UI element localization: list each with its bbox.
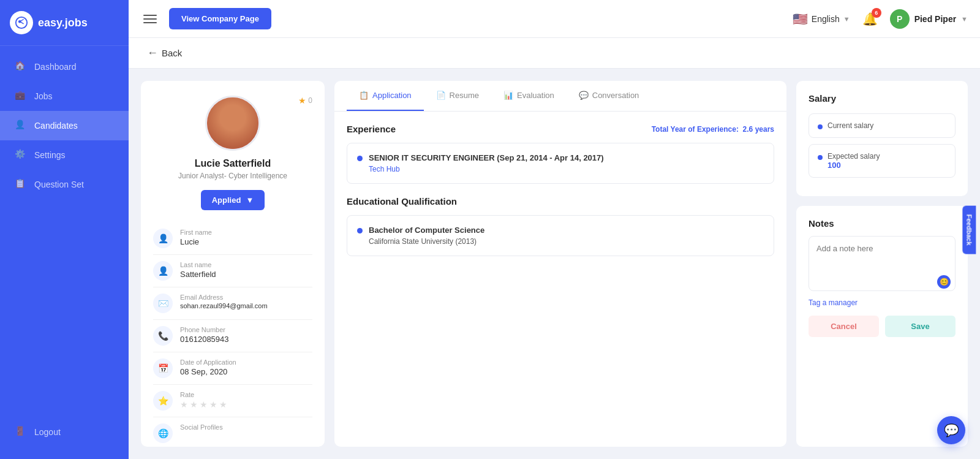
resume-tab-icon: 📄 <box>436 91 446 100</box>
tab-evaluation[interactable]: 📊 Evaluation <box>491 81 567 111</box>
education-section-header: Educational Qualification <box>347 196 774 207</box>
notification-badge: 6 <box>872 8 881 18</box>
email-icon: ✉️ <box>153 294 173 313</box>
sidebar-item-settings[interactable]: ⚙️ Settings <box>0 140 129 170</box>
doa-label: Date of Application <box>180 358 236 366</box>
back-bar: ← Back <box>129 38 980 69</box>
back-label: Back <box>162 48 182 58</box>
school-link: California State University (2013) <box>369 237 484 246</box>
view-company-button[interactable]: View Company Page <box>169 8 271 29</box>
right-panel: Salary Current salary Expected salary 10… <box>796 81 968 447</box>
experience-section-header: Experience Total Year of Experience: 2.6… <box>347 124 774 134</box>
notification-button[interactable]: 🔔 6 <box>862 12 878 26</box>
expected-salary-dot <box>818 155 823 160</box>
conversation-tab-icon: 💬 <box>579 91 589 100</box>
header-right: 🇺🇸 English ▼ 🔔 6 P Pied Piper ▼ <box>793 9 968 29</box>
candidate-name: Lucie Satterfield <box>153 158 312 169</box>
tab-bar: 📋 Application 📄 Resume 📊 Evaluation 💬 Co… <box>334 81 786 112</box>
tab-conversation[interactable]: 💬 Conversation <box>567 81 652 111</box>
tab-resume[interactable]: 📄 Resume <box>424 81 491 111</box>
sidebar-label-jobs: Jobs <box>34 91 53 101</box>
email-label: Email Address <box>180 294 268 301</box>
tab-application[interactable]: 📋 Application <box>347 81 424 111</box>
current-salary-label: Current salary <box>827 121 873 130</box>
current-salary-dot <box>818 124 823 129</box>
salary-card: Salary Current salary Expected salary 10… <box>796 81 968 196</box>
last-name-label: Last name <box>180 261 216 268</box>
current-salary-row: Current salary <box>809 113 956 138</box>
logout-icon: 🚪 <box>15 426 27 438</box>
content-body: ★ 0 Lucie Satterfield Junior Analyst- Cy… <box>129 69 980 459</box>
logo-text: easy.jobs <box>38 17 88 29</box>
conversation-tab-label: Conversation <box>592 91 639 100</box>
sidebar-item-jobs[interactable]: 💼 Jobs <box>0 82 129 111</box>
header: View Company Page 🇺🇸 English ▼ 🔔 6 P Pie… <box>129 0 980 38</box>
exp-dot-icon <box>357 156 363 161</box>
chevron-down-icon: ▼ <box>843 15 850 23</box>
cancel-button[interactable]: Cancel <box>809 316 879 337</box>
sidebar-logo: easy.jobs <box>0 0 129 46</box>
experience-years: Total Year of Experience: 2.6 years <box>652 125 774 134</box>
phone-icon: 📞 <box>153 326 173 346</box>
notes-textarea[interactable] <box>809 236 956 291</box>
doa-value: 08 Sep, 2020 <box>180 367 236 376</box>
home-icon: 🏠 <box>15 61 27 73</box>
language-selector[interactable]: 🇺🇸 English ▼ <box>793 12 850 26</box>
candidate-header: ★ 0 Lucie Satterfield Junior Analyst- Cy… <box>153 96 312 210</box>
list-item: 👤 First name Lucie <box>153 222 312 255</box>
chat-bubble-button[interactable]: 💬 <box>937 416 965 444</box>
tag-manager-link[interactable]: Tag a manager <box>809 298 956 307</box>
list-item: ✉️ Email Address sohan.rezaul994@gmail.c… <box>153 287 312 320</box>
status-label: Applied <box>212 195 241 205</box>
total-years-value: 2.6 years <box>743 125 774 134</box>
gear-icon: ⚙️ <box>15 149 27 161</box>
education-title: Educational Qualification <box>347 196 457 207</box>
resume-tab-label: Resume <box>450 91 479 100</box>
language-label: English <box>812 14 840 24</box>
status-chevron-icon: ▼ <box>246 195 254 205</box>
email-value: sohan.rezaul994@gmail.com <box>180 302 268 309</box>
save-button[interactable]: Save <box>885 316 956 337</box>
first-name-label: First name <box>180 229 212 236</box>
notes-actions: Cancel Save <box>809 316 956 337</box>
star-rating-badge: ★ 0 <box>298 96 312 105</box>
back-arrow-icon: ← <box>147 47 158 59</box>
status-dropdown[interactable]: Applied ▼ <box>201 190 265 210</box>
company-avatar: P <box>890 9 910 29</box>
avatar-face <box>207 96 258 151</box>
logout-button[interactable]: 🚪 Logout <box>0 417 129 447</box>
company-link[interactable]: Tech Hub <box>369 165 604 173</box>
application-tab-label: Application <box>372 91 412 100</box>
list-item: 📅 Date of Application 08 Sep, 2020 <box>153 352 312 385</box>
social-label: Social Profiles <box>180 423 223 431</box>
job-title: SENIOR IT SECURITY ENGINEER (Sep 21, 201… <box>369 153 604 162</box>
sidebar-label-question-set: Question Set <box>34 180 84 189</box>
sidebar-label-dashboard: Dashboard <box>34 62 77 72</box>
candidate-title: Junior Analyst- Cyber Intelligence <box>153 172 312 180</box>
candidate-avatar <box>205 96 260 151</box>
feedback-tab[interactable]: Feedback <box>963 205 976 254</box>
expected-salary-value: 100 <box>827 161 880 170</box>
sidebar-item-candidates[interactable]: 👤 Candidates <box>0 111 129 140</box>
company-selector[interactable]: P Pied Piper ▼ <box>890 9 968 29</box>
school-name[interactable]: California State University <box>369 237 453 246</box>
person-info-icon: 👤 <box>153 229 173 248</box>
back-button[interactable]: ← Back <box>147 47 182 59</box>
content: ← Back ★ 0 Lucie Satterfield Junior Anal… <box>129 38 980 459</box>
flag-icon: 🇺🇸 <box>793 12 808 26</box>
evaluation-tab-label: Evaluation <box>517 91 554 100</box>
education-card: Bachelor of Computer Science California … <box>347 215 774 256</box>
clipboard-icon: 📋 <box>15 178 27 191</box>
calendar-icon: 📅 <box>153 358 173 378</box>
hamburger-button[interactable] <box>141 12 159 26</box>
rate-label: Rate <box>180 391 227 398</box>
phone-label: Phone Number <box>180 326 229 333</box>
expected-salary-label: Expected salary <box>827 152 880 161</box>
education-section: Educational Qualification Bachelor of Co… <box>347 196 774 256</box>
sidebar-item-dashboard[interactable]: 🏠 Dashboard <box>0 52 129 82</box>
sidebar-item-question-set[interactable]: 📋 Question Set <box>0 170 129 199</box>
star-count: 0 <box>308 96 312 105</box>
experience-card: SENIOR IT SECURITY ENGINEER (Sep 21, 201… <box>347 143 774 184</box>
main-area: View Company Page 🇺🇸 English ▼ 🔔 6 P Pie… <box>129 0 980 459</box>
emoji-button[interactable]: 😊 <box>937 275 951 289</box>
